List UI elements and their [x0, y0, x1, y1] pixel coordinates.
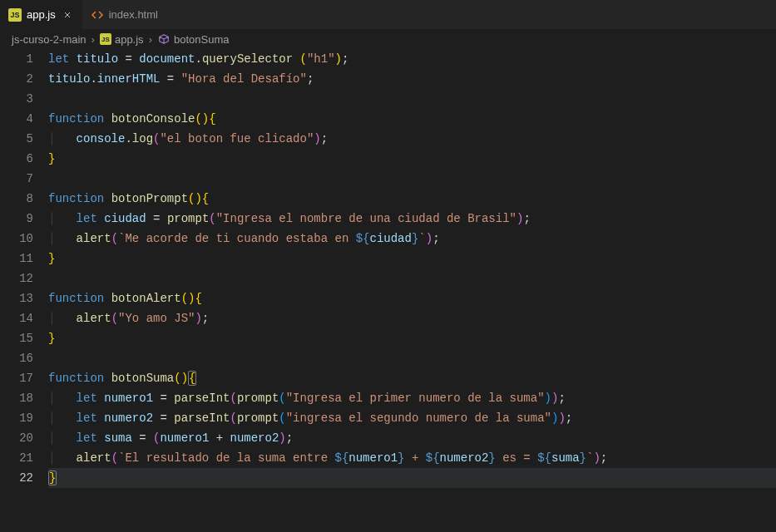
line-number: 2 [0, 69, 33, 89]
line-number: 6 [0, 149, 33, 169]
code-line[interactable]: function botonAlert(){ [48, 288, 776, 308]
code-line[interactable]: function botonPrompt(){ [48, 189, 776, 209]
code-line[interactable] [48, 89, 776, 109]
line-number: 3 [0, 89, 33, 109]
line-number: 15 [0, 328, 33, 348]
code-line[interactable]: } [48, 249, 776, 268]
code-line[interactable]: │ alert(`Me acorde de ti cuando estaba e… [48, 229, 776, 249]
html-file-icon [91, 8, 104, 22]
code-line[interactable] [48, 268, 776, 288]
method-icon [157, 32, 171, 46]
line-number: 22 [0, 468, 33, 488]
breadcrumb-symbol[interactable]: botonSuma [174, 33, 230, 46]
line-number: 7 [0, 169, 33, 189]
line-number: 10 [0, 229, 33, 249]
line-number-gutter: 12345678910111213141516171819202122 [0, 49, 48, 532]
code-line[interactable]: │ alert("Yo amo JS"); [48, 308, 776, 328]
breadcrumb[interactable]: js-curso-2-main › JS app.js › botonSuma [0, 29, 776, 49]
line-number: 9 [0, 209, 33, 229]
code-content[interactable]: let titulo = document.querySelector ("h1… [48, 49, 776, 532]
line-number: 4 [0, 109, 33, 129]
code-line[interactable] [48, 169, 776, 189]
line-number: 21 [0, 448, 33, 468]
code-line[interactable]: } [48, 328, 776, 348]
code-line[interactable]: function botonConsole(){ [48, 109, 776, 129]
chevron-right-icon: › [147, 33, 154, 46]
code-line[interactable]: titulo.innerHTML = "Hora del Desafío"; [48, 69, 776, 89]
line-number: 11 [0, 249, 33, 268]
code-line[interactable]: let titulo = document.querySelector ("h1… [48, 49, 776, 69]
line-number: 18 [0, 388, 33, 408]
code-line[interactable]: │ console.log("el boton fue clicado"); [48, 129, 776, 149]
code-line[interactable]: │ alert(`El resultado de la suma entre $… [48, 448, 776, 468]
js-file-icon: JS [100, 33, 111, 45]
tab-bar: JS app.js index.html [0, 0, 776, 29]
code-line[interactable] [48, 348, 776, 368]
line-number: 13 [0, 288, 33, 308]
line-number: 14 [0, 308, 33, 328]
code-line[interactable]: } [48, 149, 776, 169]
chevron-right-icon: › [90, 33, 96, 46]
code-line[interactable]: } [48, 468, 776, 488]
line-number: 5 [0, 129, 33, 149]
tab-app-js[interactable]: JS app.js [0, 0, 82, 29]
icon-text: JS [10, 11, 19, 19]
code-line[interactable]: function botonSuma(){ [48, 368, 776, 388]
code-editor[interactable]: 12345678910111213141516171819202122 let … [0, 49, 776, 532]
line-number: 12 [0, 268, 33, 288]
code-line[interactable]: │ let numero2 = parseInt(prompt("ingresa… [48, 408, 776, 428]
line-number: 17 [0, 368, 33, 388]
code-line[interactable]: │ let suma = (numero1 + numero2); [48, 428, 776, 448]
breadcrumb-folder[interactable]: js-curso-2-main [12, 33, 86, 46]
code-line[interactable]: │ let numero1 = parseInt(prompt("Ingresa… [48, 388, 776, 408]
line-number: 8 [0, 189, 33, 209]
line-number: 20 [0, 428, 33, 448]
tab-label: index.html [109, 8, 158, 21]
tab-label: app.js [27, 8, 56, 21]
js-file-icon: JS [8, 8, 22, 22]
breadcrumb-file[interactable]: app.js [115, 33, 144, 46]
code-line[interactable]: │ let ciudad = prompt("Ingresa el nombre… [48, 209, 776, 229]
line-number: 16 [0, 348, 33, 368]
close-icon[interactable] [61, 8, 74, 22]
line-number: 19 [0, 408, 33, 428]
tab-index-html[interactable]: index.html [82, 0, 166, 29]
line-number: 1 [0, 49, 33, 69]
